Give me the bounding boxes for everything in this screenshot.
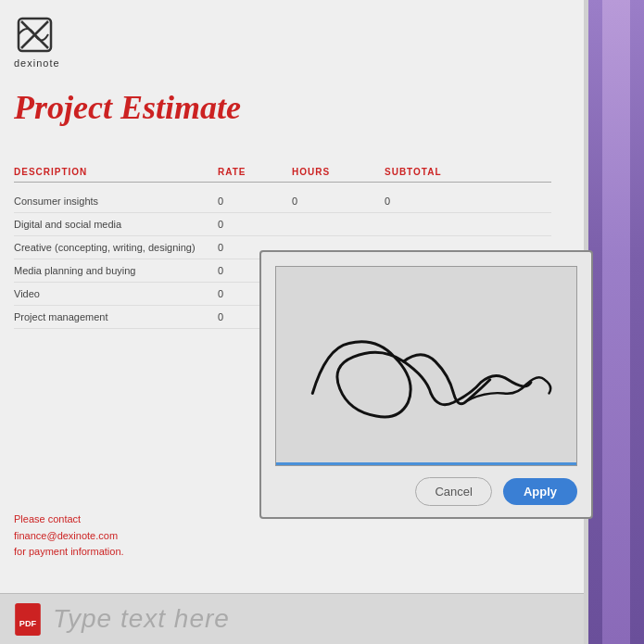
header-description: DESCRIPTION: [14, 167, 218, 177]
logo-text: dexinote: [14, 57, 60, 69]
row-subtotal: 0: [385, 196, 477, 207]
row-rate: 0: [218, 219, 292, 230]
header-hours: HOURS: [292, 167, 385, 177]
row-description: Project management: [14, 311, 218, 322]
pdf-icon: PDF: [14, 603, 42, 636]
row-description: Video: [14, 288, 218, 299]
table-row: Consumer insights 0 0 0: [14, 190, 551, 213]
row-description: Consumer insights: [14, 196, 218, 207]
signature-canvas[interactable]: [275, 266, 577, 466]
apply-button[interactable]: Apply: [503, 478, 577, 505]
modal-buttons: Cancel Apply: [261, 466, 591, 517]
page-title: Project Estimate: [14, 88, 241, 127]
signature-baseline: [276, 462, 576, 465]
pdf-placeholder: Type text here: [53, 604, 230, 634]
footer-line2: finance@dexinote.com: [14, 528, 124, 545]
svg-text:PDF: PDF: [19, 619, 37, 628]
logo-area: dexinote: [14, 14, 60, 69]
row-description: Creative (concepting, writing, designing…: [14, 242, 218, 253]
row-description: Digital and social media: [14, 219, 218, 230]
signature-modal: Cancel Apply: [259, 250, 593, 519]
footer-line3: for payment information.: [14, 544, 124, 561]
footer-line1: Please contact: [14, 511, 124, 528]
table-row: Digital and social media 0: [14, 213, 551, 236]
row-hours: 0: [292, 196, 385, 207]
header-rate: RATE: [218, 167, 292, 177]
row-rate: 0: [218, 196, 292, 207]
row-description: Media planning and buying: [14, 265, 218, 276]
header-subtotal: SUBTOTAL: [385, 167, 477, 177]
logo-icon: [14, 14, 56, 56]
pdf-bar: PDF Type text here: [0, 593, 584, 644]
purple-sidebar-inner: [602, 0, 630, 644]
signature-drawing: [276, 267, 576, 465]
cancel-button[interactable]: Cancel: [415, 477, 491, 506]
table-header: DESCRIPTION RATE HOURS SUBTOTAL: [14, 167, 551, 183]
footer-contact: Please contact finance@dexinote.com for …: [14, 511, 124, 561]
